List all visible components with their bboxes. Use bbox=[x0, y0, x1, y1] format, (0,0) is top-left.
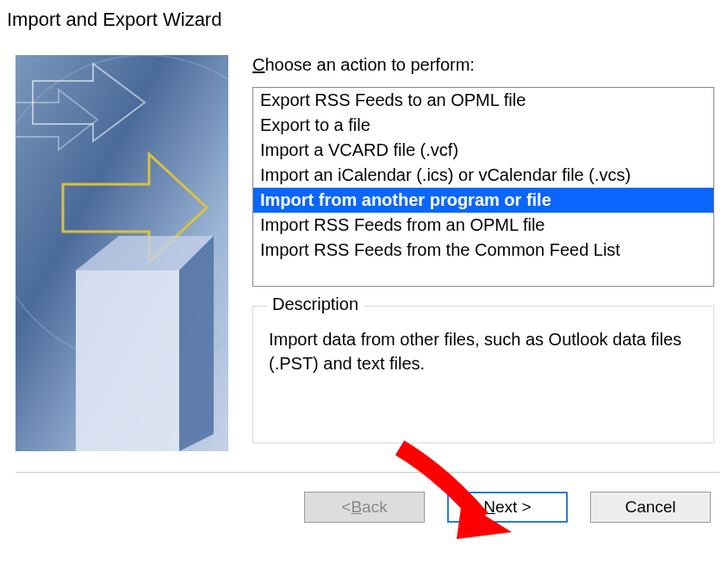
list-item[interactable]: Import RSS Feeds from the Common Feed Li… bbox=[253, 238, 713, 263]
back-prefix: < bbox=[341, 498, 351, 517]
list-item[interactable]: Import an iCalendar (.ics) or vCalendar … bbox=[253, 163, 713, 188]
description-legend: Description bbox=[267, 294, 364, 314]
button-row: < Back Next > Cancel bbox=[0, 473, 728, 523]
right-pane: Choose an action to perform: Export RSS … bbox=[252, 55, 719, 451]
back-mnemonic: B bbox=[351, 498, 362, 517]
dialog-title: Import and Export Wizard bbox=[0, 0, 728, 38]
content-area: Choose an action to perform: Export RSS … bbox=[0, 38, 728, 460]
list-item[interactable]: Export to a file bbox=[253, 113, 713, 138]
prompt-mnemonic: C bbox=[252, 55, 264, 74]
cancel-button[interactable]: Cancel bbox=[590, 492, 711, 523]
list-item[interactable]: Export RSS Feeds to an OPML file bbox=[253, 88, 713, 113]
wizard-graphic bbox=[16, 55, 228, 451]
description-group: Description Import data from other files… bbox=[252, 306, 714, 443]
back-button: < Back bbox=[304, 492, 425, 523]
next-mnemonic: N bbox=[483, 498, 495, 517]
action-prompt-label: Choose an action to perform: bbox=[252, 55, 714, 75]
next-rest: ext > bbox=[495, 498, 532, 517]
list-item-selected[interactable]: Import from another program or file bbox=[253, 188, 713, 213]
next-button[interactable]: Next > bbox=[447, 492, 568, 523]
action-listbox[interactable]: Export RSS Feeds to an OPML file Export … bbox=[252, 87, 714, 287]
prompt-text: hoose an action to perform: bbox=[264, 55, 474, 74]
list-item[interactable]: Import RSS Feeds from an OPML file bbox=[253, 213, 713, 238]
list-item[interactable]: Import a VCARD file (.vcf) bbox=[253, 138, 713, 163]
description-text: Import data from other files, such as Ou… bbox=[269, 327, 698, 375]
wizard-arrow-icon bbox=[16, 55, 228, 451]
back-rest: ack bbox=[362, 498, 388, 517]
